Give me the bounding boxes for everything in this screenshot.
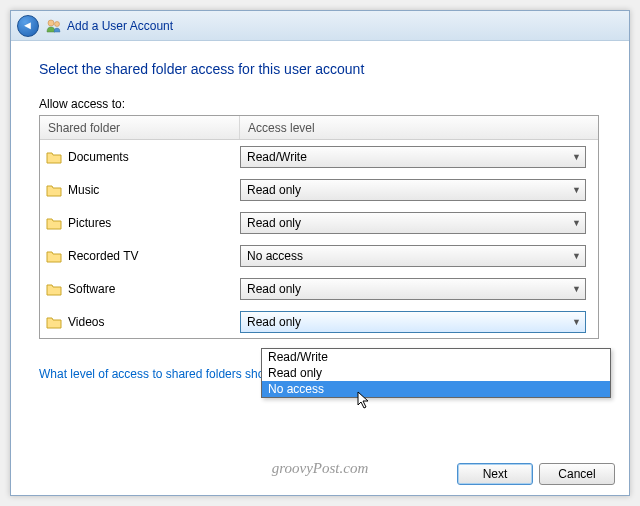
folder-icon: [46, 249, 62, 263]
folder-cell: Recorded TV: [46, 249, 240, 263]
wizard-window: ◄ Add a User Account Select the shared f…: [10, 10, 630, 496]
folder-icon: [46, 216, 62, 230]
content-area: Select the shared folder access for this…: [11, 41, 629, 391]
button-bar: Next Cancel: [457, 463, 615, 485]
chevron-down-icon: ▼: [572, 317, 581, 327]
dropdown-option-noaccess[interactable]: No access: [262, 381, 610, 397]
next-button[interactable]: Next: [457, 463, 533, 485]
folder-access-table: Shared folder Access level Documents Rea…: [39, 115, 599, 339]
table-row: Videos Read only▼: [40, 305, 598, 338]
access-dropdown-videos[interactable]: Read only▼: [240, 311, 586, 333]
folder-cell: Videos: [46, 315, 240, 329]
chevron-down-icon: ▼: [572, 185, 581, 195]
access-dropdown-list: Read/Write Read only No access: [261, 348, 611, 398]
back-button[interactable]: ◄: [17, 15, 39, 37]
chevron-down-icon: ▼: [572, 251, 581, 261]
watermark: groovyPost.com: [272, 460, 369, 477]
access-dropdown-music[interactable]: Read only▼: [240, 179, 586, 201]
cancel-button[interactable]: Cancel: [539, 463, 615, 485]
folder-icon: [46, 183, 62, 197]
svg-point-1: [55, 21, 60, 26]
table-header: Shared folder Access level: [40, 116, 598, 140]
chevron-down-icon: ▼: [572, 218, 581, 228]
folder-cell: Software: [46, 282, 240, 296]
dropdown-option-readwrite[interactable]: Read/Write: [262, 349, 610, 365]
user-account-icon: [45, 18, 61, 34]
column-header-folder[interactable]: Shared folder: [40, 116, 240, 139]
svg-point-0: [48, 20, 54, 26]
folder-icon: [46, 150, 62, 164]
titlebar: ◄ Add a User Account: [11, 11, 629, 41]
folder-icon: [46, 282, 62, 296]
folder-name: Videos: [68, 315, 104, 329]
folder-cell: Documents: [46, 150, 240, 164]
access-dropdown-pictures[interactable]: Read only▼: [240, 212, 586, 234]
dropdown-value: No access: [247, 249, 303, 263]
access-dropdown-software[interactable]: Read only▼: [240, 278, 586, 300]
access-dropdown-recordedtv[interactable]: No access▼: [240, 245, 586, 267]
dropdown-value: Read only: [247, 315, 301, 329]
chevron-down-icon: ▼: [572, 152, 581, 162]
dropdown-value: Read only: [247, 216, 301, 230]
table-row: Recorded TV No access▼: [40, 239, 598, 272]
folder-name: Documents: [68, 150, 129, 164]
table-row: Documents Read/Write▼: [40, 140, 598, 173]
window-title: Add a User Account: [67, 19, 173, 33]
folder-cell: Pictures: [46, 216, 240, 230]
dropdown-value: Read only: [247, 282, 301, 296]
folder-name: Pictures: [68, 216, 111, 230]
column-header-access[interactable]: Access level: [240, 121, 598, 135]
allow-access-label: Allow access to:: [39, 97, 601, 111]
dropdown-value: Read/Write: [247, 150, 307, 164]
chevron-down-icon: ▼: [572, 284, 581, 294]
folder-name: Music: [68, 183, 99, 197]
folder-name: Software: [68, 282, 115, 296]
folder-icon: [46, 315, 62, 329]
back-arrow-icon: ◄: [22, 20, 33, 31]
dropdown-value: Read only: [247, 183, 301, 197]
access-dropdown-documents[interactable]: Read/Write▼: [240, 146, 586, 168]
folder-name: Recorded TV: [68, 249, 138, 263]
dropdown-option-readonly[interactable]: Read only: [262, 365, 610, 381]
table-row: Pictures Read only▼: [40, 206, 598, 239]
table-row: Music Read only▼: [40, 173, 598, 206]
table-row: Software Read only▼: [40, 272, 598, 305]
page-heading: Select the shared folder access for this…: [39, 61, 601, 77]
folder-cell: Music: [46, 183, 240, 197]
